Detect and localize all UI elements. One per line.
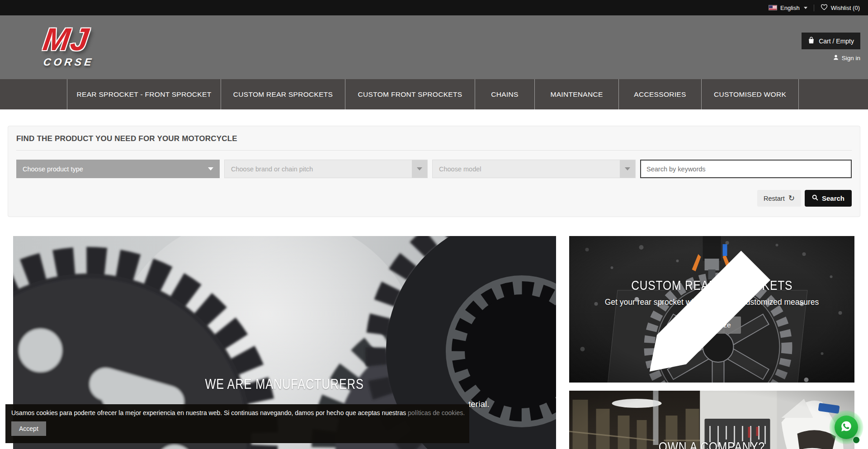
- restart-button[interactable]: Restart ↻: [757, 190, 801, 207]
- product-finder-panel: FIND THE PRODUCT YOU NEED FOR YOUR MOTOR…: [8, 126, 860, 217]
- caret-down-icon: [417, 167, 422, 170]
- logo-text-mj: MJ: [41, 24, 91, 55]
- own-a-company-card[interactable]: OWN A COMPANY?: [569, 391, 854, 449]
- caret-down-icon: [208, 167, 213, 170]
- whatsapp-status-dot: [853, 436, 860, 444]
- customize-button[interactable]: Customize: [683, 317, 741, 334]
- hero-title: WE ARE MANUFACTURERS: [13, 376, 556, 392]
- caret-down-icon: [625, 167, 630, 170]
- refresh-icon: ↻: [788, 194, 795, 202]
- topbar: English Wishlist (0): [0, 0, 868, 15]
- product-type-select[interactable]: Choose product type: [16, 160, 220, 178]
- finder-divider: [16, 150, 852, 151]
- cookie-banner: Usamos cookies para poderte ofrecer la m…: [5, 404, 469, 443]
- brand-selected: Choose brand or chain pitch: [231, 165, 313, 173]
- search-icon: [812, 194, 818, 202]
- nav-item-chains[interactable]: CHAINS: [475, 79, 535, 109]
- user-icon: [833, 54, 839, 62]
- topbar-divider: [814, 5, 814, 11]
- hero-subtitle-fragment: terial.: [468, 399, 489, 409]
- cart-label: Cart / Empty: [819, 38, 854, 45]
- nav-spacer: [0, 79, 67, 109]
- cookie-policy-link[interactable]: políticas de cookies.: [408, 409, 465, 416]
- restart-label: Restart: [764, 195, 785, 202]
- cookie-message: Usamos cookies para poderte ofrecer la m…: [11, 409, 463, 416]
- promo-card-title: OWN A COMPANY?: [569, 439, 854, 449]
- model-selected: Choose model: [439, 165, 481, 173]
- wishlist-link[interactable]: Wishlist (0): [821, 4, 860, 12]
- site-logo[interactable]: MJ CORSE: [43, 24, 94, 68]
- cookie-accept-button[interactable]: Accept: [11, 421, 46, 436]
- language-label: English: [780, 5, 800, 11]
- nav-item-rear-front-sprocket[interactable]: REAR SPROCKET - FRONT SPROCKET: [67, 79, 221, 109]
- language-selector[interactable]: English: [769, 5, 807, 11]
- whatsapp-button[interactable]: [835, 416, 858, 439]
- sign-in-label: Sign in: [842, 55, 860, 61]
- sign-in-link[interactable]: Sign in: [833, 54, 860, 62]
- search-label: Search: [822, 194, 844, 202]
- wishlist-label: Wishlist (0): [831, 5, 860, 11]
- us-flag-icon: [769, 5, 777, 10]
- chevron-down-icon: [804, 7, 807, 9]
- nav-item-maintenance[interactable]: MAINTENANCE: [535, 79, 619, 109]
- nav-item-accessories[interactable]: ACCESSORIES: [619, 79, 702, 109]
- nav-item-custom-rear-sprockets[interactable]: CUSTOM REAR SPROCKETS: [221, 79, 345, 109]
- logo-text-corse: CORSE: [42, 56, 95, 68]
- cart-button[interactable]: Cart / Empty: [802, 33, 860, 49]
- custom-rear-sprockets-card[interactable]: CUSTOM REAR SPROCKETS Get your rear spro…: [569, 236, 854, 383]
- nav-item-custom-front-sprockets[interactable]: CUSTOM FRONT SPROCKETS: [345, 79, 475, 109]
- product-type-selected: Choose product type: [23, 165, 83, 173]
- brand-select[interactable]: Choose brand or chain pitch: [224, 160, 428, 178]
- keywords-input[interactable]: [640, 160, 852, 178]
- heart-icon: [821, 4, 828, 12]
- finder-title: FIND THE PRODUCT YOU NEED FOR YOUR MOTOR…: [16, 134, 852, 143]
- main-nav: REAR SPROCKET - FRONT SPROCKET CUSTOM RE…: [0, 79, 868, 109]
- header: MJ CORSE Cart / Empty Sign in: [0, 15, 868, 79]
- whatsapp-icon: [840, 420, 853, 435]
- model-select[interactable]: Choose model: [432, 160, 636, 178]
- nav-item-customised-work[interactable]: CUSTOMISED WORK: [702, 79, 799, 109]
- search-button[interactable]: Search: [805, 190, 852, 207]
- shopping-bag-icon: [808, 37, 815, 45]
- caret-box: [412, 160, 427, 178]
- caret-box: [620, 160, 635, 178]
